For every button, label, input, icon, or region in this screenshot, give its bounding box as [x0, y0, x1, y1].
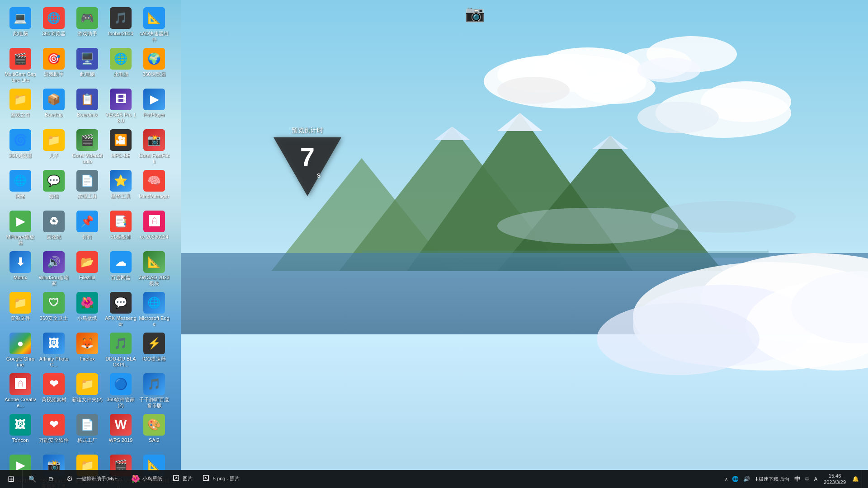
tray-expand-button[interactable]: ∧ [723, 470, 729, 488]
desktop-icon-67[interactable]: WWPS 2019 [104, 411, 137, 452]
desktop-icon-37[interactable]: 🔊WindSou音箱家 [37, 249, 71, 289]
notification-icon: 🔔 [852, 476, 859, 482]
icon-label-67: WPS 2019 [109, 437, 133, 443]
icon-label-34: 51模板库 [110, 234, 131, 240]
desktop-icon-1[interactable]: 🌐360浏览器 [37, 5, 71, 45]
svg-marker-2 [339, 127, 565, 271]
desktop-icon-13[interactable]: 🎞VEGAS Pro 18.0 [104, 86, 137, 127]
icon-label-35: cc 20230224 [140, 234, 169, 240]
taskbar-item-3[interactable]: 🖼5.png - 照片 [197, 470, 244, 488]
desktop-icon-59[interactable]: 📁新建文件夹(2) [71, 371, 104, 411]
icon-label-12: Boardmix [77, 112, 98, 118]
desktop-icon-7[interactable]: 🖥️此电脑 [71, 45, 104, 86]
desktop-icon-0[interactable]: 💻此电脑 [4, 5, 37, 45]
taskbar-item-0[interactable]: ⚙一键排班助手(MyE... [61, 470, 127, 488]
show-desktop-button[interactable] [862, 470, 866, 488]
tray-download[interactable]: ⬇极速下载·后台 [753, 470, 792, 488]
desktop-icon-57[interactable]: 🅰Adobe Creative... [4, 371, 37, 411]
desktop-icon-24[interactable]: 🌐网络 [4, 167, 37, 208]
icon-image-9: 🌍 [143, 48, 165, 70]
desktop-icon-64[interactable]: 🖼ToYcon [4, 411, 37, 452]
desktop-icon-36[interactable]: ⬇Motrix [4, 249, 37, 289]
desktop-icon-60[interactable]: 🔵360软件管家(2) [104, 371, 137, 411]
svg-marker-6 [497, 113, 542, 131]
desktop-icon-2[interactable]: 🎮游戏助手 [71, 5, 104, 45]
desktop-icon-12[interactable]: 📋Boardmix [71, 86, 104, 127]
icon-image-36: ⬇ [9, 251, 31, 273]
tray-clock[interactable]: 15:46 2023/3/29 [820, 470, 849, 488]
desktop-icon-8[interactable]: 🌐此电脑 [104, 45, 137, 86]
desktop-icon-41[interactable]: ☁百度网盘 [104, 249, 137, 289]
desktop-icon-45[interactable]: 🌺小鸟壁纸 [71, 289, 104, 330]
icon-image-34: 📑 [110, 211, 132, 232]
taskbar-item-icon-3: 🖼 [202, 474, 211, 483]
tray-notification[interactable]: 🔔 [850, 470, 861, 488]
desktop-icon-20[interactable]: 🎦MPC-BE [104, 127, 137, 167]
desktop-icon-27[interactable]: ⭐星华工具 [104, 167, 137, 208]
icon-image-13: 🎞 [110, 89, 132, 110]
camera-icon-top[interactable]: 📷 [461, 2, 488, 25]
desktop-icon-6[interactable]: 🎯游戏助手 [37, 45, 71, 86]
desktop-icon-28[interactable]: 🧠MindManager [137, 167, 171, 208]
desktop-icon-48[interactable]: 💬APK Messenger [104, 289, 137, 330]
icon-label-58: 黄视频素材 [42, 397, 66, 403]
taskbar-item-label-3: 5.png - 照片 [213, 475, 240, 482]
taskbar-search-button[interactable]: 🔍 [23, 470, 42, 488]
desktop-icon-65[interactable]: ❤万能安全软件 [37, 411, 71, 452]
start-button[interactable]: ⊞ [0, 470, 23, 488]
desktop-icon-49[interactable]: 🌐Microsoft Edge [137, 289, 171, 330]
desktop-icon-56[interactable]: ⚡ICO提速器 [137, 330, 171, 371]
tray-volume[interactable]: 🔊 [741, 470, 752, 488]
desktop-icon-29[interactable]: ▶MPlayer播放器 [4, 208, 37, 249]
desktop-icon-21[interactable]: 📸Corel FastFlick [137, 127, 171, 167]
desktop-icon-9[interactable]: 🌍360浏览器 [137, 45, 171, 86]
desktop-icon-42[interactable]: 📐ZWCAD 2023模块 [137, 249, 171, 289]
desktop-icon-5[interactable]: 🎬MultiCam Capture Lite [4, 45, 37, 86]
desktop-icon-40[interactable]: 📂Filezilla [71, 249, 104, 289]
taskview-button[interactable]: ⧉ [42, 470, 61, 488]
background-scene [181, 0, 868, 470]
desktop-icon-61[interactable]: 🎵千千静听百度音乐版 [137, 371, 171, 411]
desktop-icon-26[interactable]: 📄清理工具 [71, 167, 104, 208]
network-icon: 🌐 [732, 476, 739, 482]
icon-label-26: 清理工具 [77, 193, 97, 199]
desktop-icon-10[interactable]: 📁游戏文件 [4, 86, 37, 127]
desktop-icons-container: 💻此电脑🌐360浏览器🎮游戏助手🎵foobar2000📐cAD快速器组件🎬Mul… [0, 0, 181, 371]
desktop-icon-53[interactable]: 🎵DDU-DU BLACKPI... [104, 330, 137, 371]
desktop-icon-52[interactable]: 🦊Firefox [71, 330, 104, 371]
tray-input-method[interactable]: A [812, 470, 819, 488]
icon-image-0: 💻 [9, 7, 31, 29]
icon-image-67: W [110, 414, 132, 436]
taskbar-running-apps: ⚙一键排班助手(MyE...🌺小鸟壁纸🖼图片🖼5.png - 照片 [61, 470, 721, 488]
desktop-icon-51[interactable]: 🖼Affinity Photo C... [37, 330, 71, 371]
desktop-icon-16[interactable]: ▶PotPlayer [137, 86, 171, 127]
tray-network[interactable]: 🌐 [730, 470, 741, 488]
desktop-icon-11[interactable]: 📦Bandzip [37, 86, 71, 127]
desktop-icon-68[interactable]: 🎨SAI2 [137, 411, 171, 452]
icon-label-50: Google Chrome [5, 356, 36, 368]
icon-image-32: ♻ [43, 211, 65, 232]
taskbar-item-2[interactable]: 🖼图片 [167, 470, 197, 488]
desktop-icon-58[interactable]: ❤黄视频素材 [37, 371, 71, 411]
desktop-icon-35[interactable]: 🅰cc 20230224 [137, 208, 171, 249]
svg-point-21 [637, 57, 701, 83]
countdown-unit: s [317, 171, 321, 179]
desktop-icon-17[interactable]: 🌀360浏览器 [4, 127, 37, 167]
desktop-icon-3[interactable]: 🎵foobar2000 [104, 5, 137, 45]
desktop-icon-33[interactable]: 📌钉钉 [71, 208, 104, 249]
desktop-icon-50[interactable]: ●Google Chrome [4, 330, 37, 371]
tray-lang[interactable]: 中 [803, 470, 811, 488]
desktop-icon-18[interactable]: 📁儿子 [37, 127, 71, 167]
tray-ime[interactable]: 中 [793, 470, 802, 488]
desktop-icon-66[interactable]: 📄格式工厂 [71, 411, 104, 452]
desktop-icon-4[interactable]: 📐cAD快速器组件 [137, 5, 171, 45]
desktop-icon-34[interactable]: 📑51模板库 [104, 208, 137, 249]
desktop-icon-25[interactable]: 💬微信 [37, 167, 71, 208]
taskbar-item-1[interactable]: 🌺小鸟壁纸 [127, 470, 167, 488]
desktop-icon-19[interactable]: 🎬Corel VideoStudio [71, 127, 104, 167]
svg-rect-28 [362, 251, 769, 258]
desktop-icon-44[interactable]: 🛡360安全卫士 [37, 289, 71, 330]
desktop-icon-32[interactable]: ♻回收站 [37, 208, 71, 249]
svg-point-22 [633, 262, 868, 371]
desktop-icon-43[interactable]: 📁资源文件 [4, 289, 37, 330]
